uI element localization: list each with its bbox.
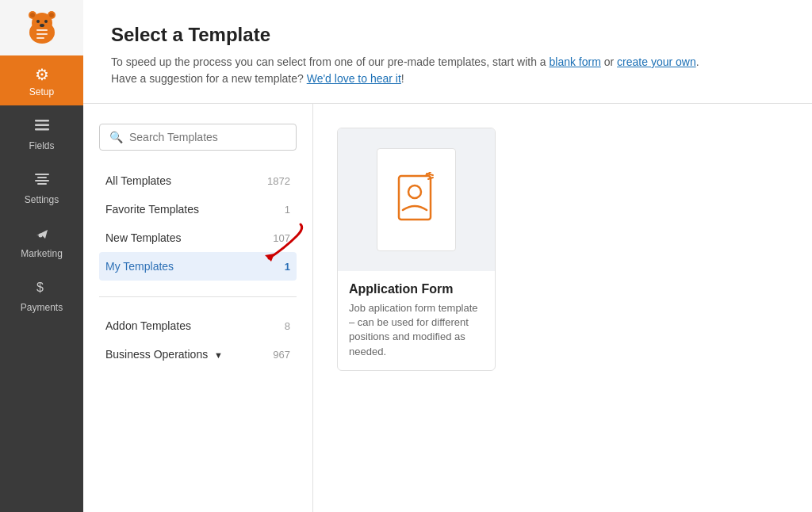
blank-form-link[interactable]: blank form [550,55,601,68]
marketing-icon [33,224,51,244]
sidebar: ⚙ Setup Fields Settings [0,0,83,512]
right-panel: Application Form Job aplication form tem… [313,104,812,512]
svg-rect-9 [36,29,48,31]
svg-point-8 [40,24,44,27]
search-icon: 🔍 [109,131,123,143]
search-input[interactable] [129,131,286,143]
svg-marker-21 [265,254,274,262]
svg-point-5 [49,13,54,17]
my-templates-item[interactable]: My Templates 1 [99,252,297,281]
all-templates-item[interactable]: All Templates 1872 [99,166,297,195]
logo-area [0,0,83,55]
sidebar-label-marketing: Marketing [21,248,63,259]
svg-line-25 [428,178,433,179]
svg-rect-13 [35,124,49,127]
new-templates-item[interactable]: New Templates 107 [99,224,297,252]
payments-icon: $ [33,278,51,298]
svg-rect-17 [35,180,49,181]
bear-logo [21,7,63,48]
sidebar-item-settings[interactable]: Settings [0,159,83,213]
left-panel: 🔍 All Templates 1872 Favorite Templates … [83,104,313,512]
favorite-templates-item[interactable]: Favorite Templates 1 [99,195,297,224]
sidebar-label-settings: Settings [25,194,59,205]
sidebar-item-setup[interactable]: ⚙ Setup [0,55,83,105]
svg-point-3 [30,13,35,17]
svg-point-7 [44,20,48,23]
sidebar-item-payments[interactable]: $ Payments [0,267,83,321]
header-subtitle: To speed up the process you can select f… [111,54,784,87]
svg-point-19 [38,234,42,238]
addon-category-list: Addon Templates 8 Business Operations ▼ … [99,311,297,369]
business-operations-item[interactable]: Business Operations ▼ 967 [99,340,297,369]
form-person-icon [395,172,439,227]
card-description: Job aplication form template – can be us… [349,301,484,359]
suggestion-link[interactable]: We'd love to hear it [307,72,401,85]
sidebar-item-marketing[interactable]: Marketing [0,213,83,267]
category-divider [99,296,297,297]
chevron-down-icon: ▼ [214,350,223,360]
page-header: Select a Template To speed up the proces… [83,0,812,104]
setup-icon: ⚙ [35,67,49,82]
svg-point-23 [408,185,421,198]
content-area: 🔍 All Templates 1872 Favorite Templates … [83,104,812,512]
page-title: Select a Template [111,24,784,46]
svg-point-6 [36,20,40,23]
card-preview-inner [377,148,456,251]
addon-templates-item[interactable]: Addon Templates 8 [99,311,297,340]
sidebar-label-setup: Setup [29,86,54,97]
svg-rect-14 [35,128,49,131]
svg-rect-12 [35,120,49,122]
sidebar-label-payments: Payments [21,302,63,313]
svg-text:$: $ [36,281,44,294]
svg-rect-16 [37,177,47,178]
create-own-link[interactable]: create your own [617,55,696,68]
svg-rect-10 [36,33,48,35]
fields-icon [33,117,51,136]
card-title: Application Form [349,282,484,296]
template-card[interactable]: Application Form Job aplication form tem… [337,128,496,371]
template-category-list: All Templates 1872 Favorite Templates 1 … [99,166,297,281]
sidebar-label-fields: Fields [29,140,54,151]
svg-rect-18 [37,183,47,185]
card-preview [338,128,495,271]
card-body: Application Form Job aplication form tem… [338,271,495,370]
main-content: Select a Template To speed up the proces… [83,0,812,512]
settings-icon [33,170,51,190]
svg-rect-11 [36,37,44,39]
sidebar-item-fields[interactable]: Fields [0,105,83,159]
svg-rect-15 [35,174,49,175]
search-box[interactable]: 🔍 [99,124,297,151]
